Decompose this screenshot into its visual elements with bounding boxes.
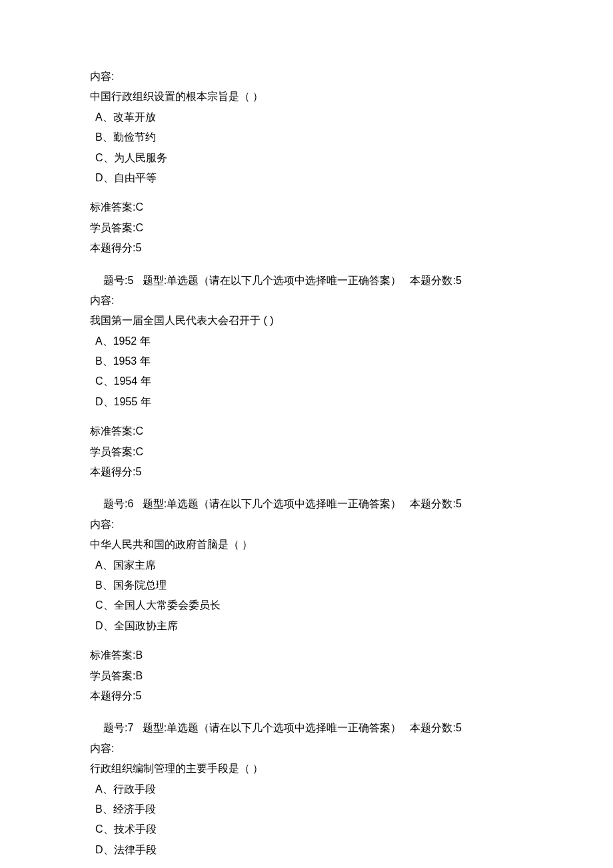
option-c: C、全国人大常委会委员长 (95, 595, 523, 615)
answer-section: 标准答案:C 学员答案:C 本题得分:5 (90, 197, 523, 258)
option-b: B、经济手段 (95, 799, 523, 819)
question-header: 题号:5 题型:单选题（请在以下几个选项中选择唯一正确答案） 本题分数:5 (90, 271, 523, 291)
student-answer: 学员答案:C (90, 218, 523, 238)
question-score: 本题得分:5 (90, 462, 523, 482)
option-b: B、国务院总理 (95, 575, 523, 595)
standard-answer: 标准答案:C (90, 197, 523, 217)
options-list: A、1952 年 B、1953 年 C、1954 年 D、1955 年 (90, 331, 523, 413)
question-score: 本题得分:5 (90, 238, 523, 258)
question-stem: 中华人民共和国的政府首脑是（ ） (90, 535, 523, 555)
option-a: A、1952 年 (95, 331, 523, 351)
options-list: A、国家主席 B、国务院总理 C、全国人大常委会委员长 D、全国政协主席 (90, 555, 523, 637)
standard-answer: 标准答案:B (90, 645, 523, 665)
question-block-1: 内容: 中国行政组织设置的根本宗旨是（ ） A、改革开放 B、勤俭节约 C、为人… (90, 67, 523, 259)
question-score: 本题得分:5 (90, 686, 523, 706)
content-label: 内容: (90, 515, 523, 535)
option-d: D、1955 年 (95, 392, 523, 412)
question-block-2: 题号:5 题型:单选题（请在以下几个选项中选择唯一正确答案） 本题分数:5 内容… (90, 271, 523, 483)
option-d: D、自由平等 (95, 168, 523, 188)
content-label: 内容: (90, 291, 523, 311)
question-stem: 行政组织编制管理的主要手段是（ ） (90, 759, 523, 779)
option-b: B、1953 年 (95, 351, 523, 371)
option-a: A、行政手段 (95, 779, 523, 799)
option-c: C、1954 年 (95, 371, 523, 391)
content-label: 内容: (90, 67, 523, 87)
option-d: D、法律手段 (95, 840, 523, 860)
question-stem: 中国行政组织设置的根本宗旨是（ ） (90, 87, 523, 107)
student-answer: 学员答案:B (90, 666, 523, 686)
question-block-3: 题号:6 题型:单选题（请在以下几个选项中选择唯一正确答案） 本题分数:5 内容… (90, 494, 523, 706)
option-d: D、全国政协主席 (95, 616, 523, 636)
options-list: A、改革开放 B、勤俭节约 C、为人民服务 D、自由平等 (90, 107, 523, 189)
option-a: A、国家主席 (95, 555, 523, 575)
option-c: C、为人民服务 (95, 148, 523, 168)
standard-answer: 标准答案:C (90, 421, 523, 441)
answer-section: 标准答案:B 学员答案:B 本题得分:5 (90, 645, 523, 706)
options-list: A、行政手段 B、经济手段 C、技术手段 D、法律手段 (90, 779, 523, 861)
question-block-4: 题号:7 题型:单选题（请在以下几个选项中选择唯一正确答案） 本题分数:5 内容… (90, 718, 523, 868)
question-header: 题号:7 题型:单选题（请在以下几个选项中选择唯一正确答案） 本题分数:5 (90, 718, 523, 738)
answer-section: 标准答案:C 学员答案:C 本题得分:5 (90, 421, 523, 482)
option-b: B、勤俭节约 (95, 127, 523, 147)
question-stem: 我国第一届全国人民代表大会召开于 ( ) (90, 311, 523, 331)
question-header: 题号:6 题型:单选题（请在以下几个选项中选择唯一正确答案） 本题分数:5 (90, 494, 523, 514)
option-c: C、技术手段 (95, 819, 523, 839)
option-a: A、改革开放 (95, 107, 523, 127)
student-answer: 学员答案:C (90, 442, 523, 462)
content-label: 内容: (90, 739, 523, 759)
